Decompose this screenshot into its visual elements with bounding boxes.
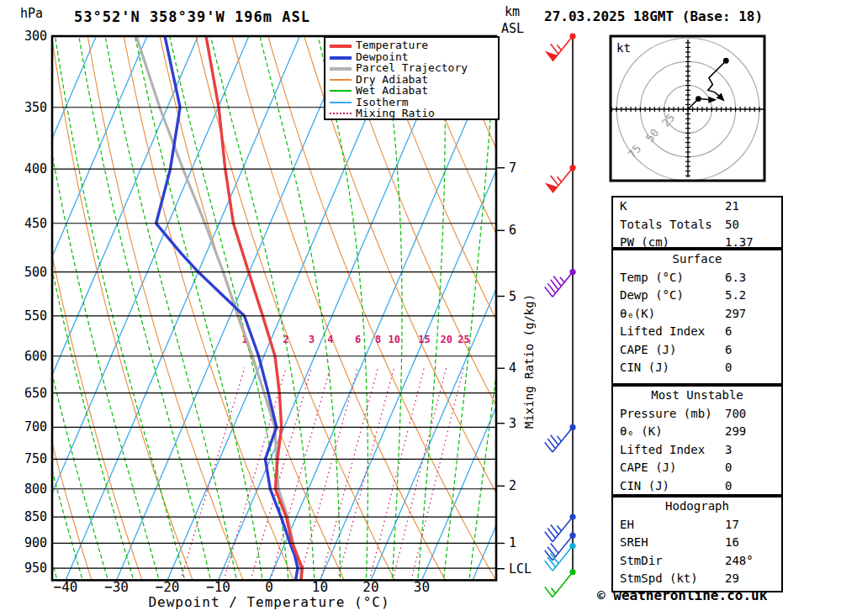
temp-tick-label: −40 <box>54 579 78 595</box>
row-label: Lifted Index <box>620 324 705 338</box>
row-value: 29 <box>725 570 739 588</box>
chart-legend: TemperatureDewpointParcel TrajectoryDry … <box>324 36 500 120</box>
row-value: 0 <box>725 359 732 377</box>
legend-dewpoint-swatch <box>330 56 352 60</box>
row-value: 700 <box>725 405 746 424</box>
row-label: CAPE (J) <box>620 461 676 474</box>
legend-label: Mixing Ratio <box>356 108 435 119</box>
table-row: SREH16 <box>613 534 781 552</box>
temp-tick-label: 30 <box>414 579 430 595</box>
table-row: Dewp (°C)5.2 <box>613 287 781 305</box>
legend-isotherm-swatch <box>330 102 352 103</box>
hodograph-unit-label: kt <box>616 41 631 55</box>
legend-label: Parcel Trajectory <box>356 62 468 74</box>
row-label: StmDir <box>620 554 663 567</box>
row-value: 0 <box>725 459 732 477</box>
table-row: StmDir248° <box>613 552 781 571</box>
table-row: CIN (J)0 <box>613 359 781 377</box>
temp-tick-label: 20 <box>362 579 378 595</box>
mixing-ratio-label: 15 <box>418 334 430 345</box>
temp-tick-label: −20 <box>156 579 180 595</box>
row-value: 0 <box>725 477 732 496</box>
dry-adiabat-line <box>51 36 193 582</box>
wet-adiabat-line <box>54 29 184 578</box>
row-label: θₑ(K) <box>620 307 655 320</box>
wind-barb <box>545 569 576 597</box>
table-row: CIN (J)0 <box>613 477 781 496</box>
wet-adiabat-line <box>0 29 6 578</box>
km-tick-label: 2 <box>509 478 516 493</box>
row-value: 299 <box>725 423 746 441</box>
pressure-tick-label: 800 <box>24 482 47 497</box>
row-value: 6 <box>725 323 732 341</box>
table-title: Most Unstable <box>613 387 781 405</box>
pressure-tick-label: 600 <box>24 349 47 364</box>
pressure-tick-label: 500 <box>24 265 47 280</box>
legend-item: Parcel Trajectory <box>325 62 498 74</box>
table-row: K21 <box>613 197 781 216</box>
pressure-tick-label: 950 <box>24 561 47 576</box>
pressure-tick-label: 550 <box>24 308 47 324</box>
table-row: CAPE (J)6 <box>613 341 781 360</box>
row-label: Lifted Index <box>620 443 705 456</box>
row-label: PW (cm) <box>620 235 669 249</box>
pressure-tick-label: 400 <box>24 161 47 176</box>
wind-barb <box>545 424 576 452</box>
table-row: Pressure (mb)700 <box>613 405 781 424</box>
pressure-tick-label: 900 <box>24 535 47 550</box>
row-label: EH <box>620 518 634 531</box>
mixing-ratio-label: 10 <box>388 334 399 345</box>
row-value: 297 <box>725 305 746 324</box>
row-label: SREH <box>620 535 648 549</box>
wind-barb <box>545 165 576 192</box>
hodograph-trace <box>708 61 727 97</box>
row-label: CAPE (J) <box>620 343 676 356</box>
table-row: Temp (°C)6.3 <box>613 269 781 287</box>
hodograph-ring-label: 75 <box>626 142 644 161</box>
mixing-ratio-label: 4 <box>327 334 333 345</box>
isotherm-line <box>117 36 351 580</box>
row-label: StmSpd (kt) <box>620 571 698 585</box>
isotherm-line <box>15 36 249 580</box>
row-label: CIN (J) <box>620 361 669 374</box>
km-tick-label: 6 <box>509 223 516 238</box>
wet-adiabat-line <box>0 29 108 578</box>
mixing-axis-title: Mixing Ratio (g/kg) <box>522 294 536 429</box>
temp-tick-label: 10 <box>312 579 328 595</box>
pressure-tick-label: 450 <box>24 216 47 231</box>
most-unstable-table: Most UnstablePressure (mb)700θₑ (K)299Li… <box>611 385 783 496</box>
wet-adiabat-line <box>168 29 288 578</box>
row-label: Temp (°C) <box>620 271 684 284</box>
table-title: Surface <box>613 250 781 269</box>
km-tick-label: 7 <box>509 161 516 176</box>
mixing-ratio-line <box>320 367 378 580</box>
pressure-tick-label: 350 <box>24 100 47 115</box>
surface-table: SurfaceTemp (°C)6.3Dewp (°C)5.2θₑ(K)297L… <box>611 249 783 385</box>
lcl-label: LCL <box>509 561 532 577</box>
mixing-ratio-line <box>181 367 246 580</box>
table-row: Totals Totals50 <box>613 216 781 234</box>
row-label: Totals Totals <box>620 218 712 231</box>
mixing-ratio-label: 8 <box>375 334 381 345</box>
table-row: Lifted Index6 <box>613 323 781 341</box>
profile-line <box>156 36 298 580</box>
row-value: 17 <box>725 516 739 534</box>
table-row: Lifted Index3 <box>613 441 781 460</box>
legend-label: Isotherm <box>356 97 409 108</box>
isotherm-line <box>66 36 299 580</box>
mixing-ratio-label: 2 <box>283 334 289 345</box>
hodograph-ring-label: 50 <box>643 126 662 145</box>
row-value: 5.2 <box>725 287 746 305</box>
mixing-ratio-label: 6 <box>355 334 361 345</box>
pressure-tick-label: 650 <box>24 386 47 401</box>
table-row: θₑ(K)297 <box>613 305 781 324</box>
row-label: Dewp (°C) <box>620 288 684 302</box>
isotherm-line <box>0 36 96 580</box>
wind-barb <box>545 33 576 61</box>
km-tick-label: 1 <box>509 535 516 550</box>
row-value: 3 <box>725 441 732 460</box>
hodograph: 255075kt <box>611 36 764 181</box>
row-value: 50 <box>725 216 739 234</box>
row-value: 21 <box>725 197 739 216</box>
wet-adiabat-line <box>209 29 314 578</box>
